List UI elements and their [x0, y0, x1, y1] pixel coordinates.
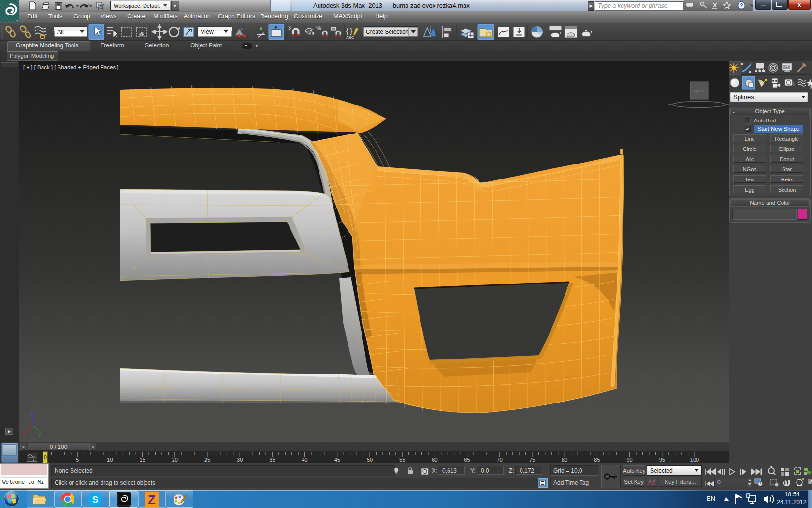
svg-text:ABC: ABC: [346, 35, 354, 40]
svg-text:[ + ] [ Back ] [ Shaded + Edge: [ + ] [ Back ] [ Shaded + Edged Faces ]: [23, 64, 119, 70]
svg-text:50: 50: [367, 457, 373, 463]
svg-text:95: 95: [659, 457, 665, 463]
svg-text:Z: Z: [148, 493, 156, 507]
svg-text:{ }: { }: [346, 27, 353, 35]
svg-text:x: x: [22, 431, 25, 436]
svg-text:S: S: [92, 494, 99, 505]
svg-text:30: 30: [237, 457, 243, 463]
svg-text:60: 60: [432, 457, 437, 463]
svg-text:40: 40: [302, 457, 307, 463]
svg-text:%: %: [316, 25, 321, 31]
svg-text:65: 65: [464, 457, 470, 463]
svg-text:25: 25: [204, 457, 210, 463]
svg-text:z: z: [31, 411, 33, 417]
svg-text:5: 5: [76, 457, 79, 463]
svg-text:70: 70: [497, 457, 503, 463]
svg-text:85: 85: [594, 457, 600, 463]
svg-text:y: y: [39, 432, 41, 437]
svg-text:55: 55: [399, 457, 405, 463]
svg-text:90: 90: [626, 457, 632, 463]
svg-text:100: 100: [690, 457, 699, 463]
svg-text:80: 80: [562, 457, 567, 463]
svg-text:10: 10: [107, 457, 113, 463]
svg-text:35: 35: [269, 457, 275, 463]
svg-text:View: View: [201, 29, 214, 35]
svg-text:20: 20: [172, 457, 178, 463]
svg-text:All: All: [57, 29, 64, 35]
svg-text:45: 45: [334, 457, 340, 463]
svg-text:?: ?: [740, 2, 743, 8]
svg-text:15: 15: [139, 457, 145, 463]
svg-text:BACK: BACK: [694, 89, 704, 93]
svg-text:3: 3: [288, 25, 291, 30]
svg-text:75: 75: [529, 457, 535, 463]
